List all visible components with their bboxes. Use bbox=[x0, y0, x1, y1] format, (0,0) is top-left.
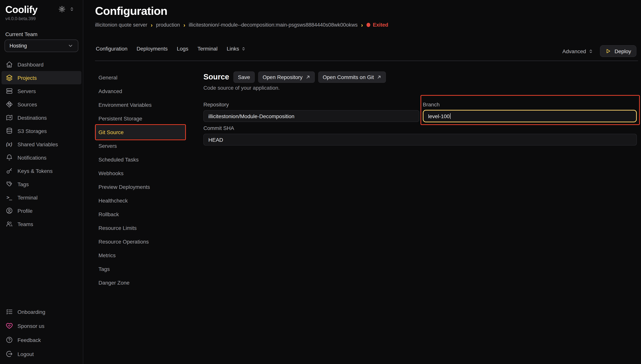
tab-configuration[interactable]: Configuration bbox=[96, 46, 128, 52]
heart-icon bbox=[5, 322, 13, 330]
advanced-label: Advanced bbox=[562, 48, 586, 54]
sidebar-footer-nav: Onboarding Sponsor us Feedback Logout bbox=[0, 305, 83, 361]
sidebar-item-label: Onboarding bbox=[18, 309, 45, 315]
commit-sha-input[interactable]: HEAD bbox=[203, 134, 637, 146]
home-icon bbox=[5, 60, 13, 68]
subnav-item-persistent-storage[interactable]: Persistent Storage bbox=[95, 112, 186, 126]
subnav-item-servers[interactable]: Servers bbox=[95, 139, 186, 153]
users-icon bbox=[5, 220, 13, 228]
open-repository-button[interactable]: Open Repository bbox=[258, 71, 315, 83]
chevron-right-icon: › bbox=[151, 22, 153, 28]
tags-icon bbox=[5, 180, 13, 188]
subnav-item-preview-deployments[interactable]: Preview Deployments bbox=[95, 180, 186, 194]
chevrons-up-down-icon bbox=[588, 48, 594, 54]
subnav-item-scheduled-tasks[interactable]: Scheduled Tasks bbox=[95, 153, 186, 166]
branch-value: level-100 bbox=[428, 113, 450, 119]
header-divider bbox=[95, 60, 638, 61]
subnav-item-rollback[interactable]: Rollback bbox=[95, 208, 186, 221]
source-section-title: Source bbox=[203, 72, 229, 81]
sidebar-item-terminal[interactable]: >_ Terminal bbox=[0, 191, 83, 204]
repository-label: Repository bbox=[203, 102, 419, 108]
source-field-grid: Repository illicitestonion/Module-Decomp… bbox=[203, 102, 637, 122]
sidebar-item-projects[interactable]: Projects bbox=[2, 71, 81, 84]
repository-input[interactable]: illicitestonion/Module-Decomposition bbox=[203, 110, 419, 122]
team-select[interactable]: Hosting bbox=[5, 40, 78, 52]
sidebar-item-label: Shared Variables bbox=[18, 141, 58, 147]
save-button[interactable]: Save bbox=[233, 71, 255, 83]
git-source-panel: Source Save Open Repository Open Commits… bbox=[203, 71, 637, 146]
tab-links[interactable]: Links bbox=[227, 46, 246, 52]
user-icon bbox=[5, 207, 13, 214]
subnav-item-advanced[interactable]: Advanced bbox=[95, 84, 186, 98]
subnav-item-healthcheck[interactable]: Healthcheck bbox=[95, 194, 186, 208]
open-commits-label: Open Commits on Git bbox=[323, 74, 374, 80]
sidebar-item-label: Projects bbox=[18, 75, 37, 81]
sidebar-item-profile[interactable]: Profile bbox=[0, 204, 83, 217]
variables-icon: (x) bbox=[5, 140, 13, 148]
app-logo: Coolify bbox=[5, 3, 38, 16]
subnav-item-resource-limits[interactable]: Resource Limits bbox=[95, 221, 186, 235]
open-commits-button[interactable]: Open Commits on Git bbox=[318, 71, 386, 83]
sidebar-item-sponsor-us[interactable]: Sponsor us bbox=[0, 319, 83, 333]
subnav-item-webhooks[interactable]: Webhooks bbox=[95, 166, 186, 180]
team-select-value: Hosting bbox=[10, 43, 27, 49]
current-team-label: Current Team bbox=[5, 31, 78, 37]
sun-icon[interactable] bbox=[59, 6, 65, 12]
tab-terminal[interactable]: Terminal bbox=[198, 46, 218, 52]
subnav-item-resource-operations[interactable]: Resource Operations bbox=[95, 235, 186, 248]
sidebar-item-teams[interactable]: Teams bbox=[0, 217, 83, 231]
sidebar-item-onboarding[interactable]: Onboarding bbox=[0, 305, 83, 319]
sidebar-item-s3-storages[interactable]: S3 Storages bbox=[0, 124, 83, 138]
sidebar-item-tags[interactable]: Tags bbox=[0, 178, 83, 191]
chevrons-up-down-icon[interactable] bbox=[69, 6, 75, 12]
main-content: Configuration illicitonion quote server … bbox=[83, 0, 641, 364]
deploy-button-label: Deploy bbox=[614, 48, 631, 54]
tab-links-label: Links bbox=[227, 46, 239, 52]
branch-label: Branch bbox=[423, 102, 637, 108]
sidebar-item-dashboard[interactable]: Dashboard bbox=[0, 58, 83, 71]
text-cursor bbox=[450, 113, 451, 119]
sidebar-item-label: Teams bbox=[18, 221, 33, 227]
deploy-button[interactable]: Deploy bbox=[600, 45, 636, 57]
subnav-item-tags[interactable]: Tags bbox=[95, 262, 186, 276]
sidebar-item-keys-tokens[interactable]: Keys & Tokens bbox=[0, 164, 83, 178]
page-title: Configuration bbox=[95, 4, 167, 18]
breadcrumb-project[interactable]: illicitonion quote server bbox=[95, 22, 147, 28]
sidebar-item-shared-variables[interactable]: (x) Shared Variables bbox=[0, 138, 83, 151]
sidebar-item-sources[interactable]: Sources bbox=[0, 98, 83, 111]
app-version: v4.0.0-beta.399 bbox=[5, 16, 78, 21]
save-button-label: Save bbox=[238, 74, 250, 80]
tab-logs[interactable]: Logs bbox=[177, 46, 188, 52]
theme-controls bbox=[59, 6, 75, 12]
breadcrumb: illicitonion quote server › production ›… bbox=[95, 22, 388, 28]
key-icon bbox=[5, 167, 13, 174]
breadcrumb-resource[interactable]: illicitestonion/-module--decomposition:m… bbox=[189, 22, 358, 28]
advanced-menu[interactable]: Advanced bbox=[562, 48, 594, 54]
status-dot-icon bbox=[366, 23, 370, 27]
branch-input[interactable]: level-100 bbox=[423, 110, 637, 122]
status-label: Exited bbox=[373, 22, 388, 28]
commit-sha-value: HEAD bbox=[208, 136, 223, 143]
subnav-item-git-source[interactable]: Git Source bbox=[95, 126, 186, 139]
subnav-item-danger-zone[interactable]: Danger Zone bbox=[95, 276, 186, 290]
bell-icon bbox=[5, 154, 13, 161]
sidebar-item-logout[interactable]: Logout bbox=[0, 347, 83, 361]
sidebar-nav: Dashboard Projects Servers Sources Desti… bbox=[0, 58, 83, 231]
sidebar-item-label: Feedback bbox=[18, 337, 41, 343]
repository-value: illicitestonion/Module-Decomposition bbox=[208, 113, 294, 119]
sidebar-item-label: Dashboard bbox=[18, 61, 44, 68]
sidebar-item-destinations[interactable]: Destinations bbox=[0, 111, 83, 124]
subnav-item-environment-variables[interactable]: Environment Variables bbox=[95, 98, 186, 112]
sidebar-item-notifications[interactable]: Notifications bbox=[0, 151, 83, 164]
subnav-item-metrics[interactable]: Metrics bbox=[95, 248, 186, 262]
tab-deployments[interactable]: Deployments bbox=[137, 46, 168, 52]
logout-icon bbox=[5, 350, 13, 358]
sidebar-item-label: Destinations bbox=[18, 114, 47, 121]
arrow-up-right-icon bbox=[377, 75, 381, 79]
breadcrumb-environment[interactable]: production bbox=[156, 22, 180, 28]
server-icon bbox=[5, 87, 13, 95]
app-root: Coolify v4.0.0-beta.399 Current Team Hos… bbox=[0, 0, 641, 364]
sidebar-item-feedback[interactable]: Feedback bbox=[0, 333, 83, 347]
sidebar-item-servers[interactable]: Servers bbox=[0, 84, 83, 98]
subnav-item-general[interactable]: General bbox=[95, 71, 186, 84]
